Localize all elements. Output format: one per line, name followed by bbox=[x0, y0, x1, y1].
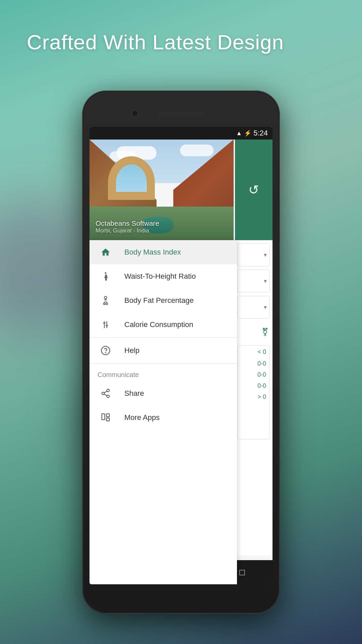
dropdown-1[interactable]: ▾ bbox=[238, 244, 270, 266]
status-time: 5:24 bbox=[253, 129, 268, 138]
nav-item-bfp[interactable]: Body Fat Percentage bbox=[89, 288, 237, 313]
nav-drawer: Body Mass Index Waist-To-Height Ratio bbox=[89, 240, 237, 584]
nav-item-calorie[interactable]: Calorie Consumption bbox=[89, 313, 237, 337]
svg-point-10 bbox=[102, 392, 105, 395]
svg-point-1 bbox=[104, 303, 105, 305]
svg-point-2 bbox=[106, 303, 108, 305]
svg-point-9 bbox=[107, 389, 110, 392]
nav-item-share[interactable]: Share bbox=[89, 381, 237, 406]
body-icon bbox=[98, 268, 114, 284]
bfp-label: Body Fat Percentage bbox=[124, 296, 194, 305]
apps-icon bbox=[98, 410, 114, 426]
hero-location: Morbi, Gujarat - India bbox=[96, 227, 159, 234]
svg-rect-15 bbox=[107, 414, 110, 417]
signal-icon: ▲ bbox=[236, 130, 242, 137]
svg-point-8 bbox=[105, 353, 106, 353]
svg-line-12 bbox=[104, 394, 107, 396]
share-icon bbox=[98, 385, 114, 401]
dropdown-3[interactable]: ▾ bbox=[238, 296, 270, 319]
status-bar: ▲ ⚡ 5:24 bbox=[89, 127, 273, 140]
result-box: < 0 0-0 0-0 0-0 > 0 bbox=[238, 345, 270, 439]
calorie-label: Calorie Consumption bbox=[124, 320, 193, 329]
phone-screen: ▲ ⚡ 5:24 Octabeans Software Mo bbox=[89, 127, 273, 584]
fat-icon bbox=[98, 292, 114, 309]
help-label: Help bbox=[124, 346, 139, 355]
svg-rect-14 bbox=[102, 414, 105, 420]
svg-point-0 bbox=[104, 297, 107, 299]
hero-image: Octabeans Software Morbi, Gujarat - Indi… bbox=[89, 140, 234, 240]
green-panel: ↺ bbox=[235, 140, 273, 240]
share-label: Share bbox=[124, 389, 144, 398]
gender-icon: ⚧ bbox=[235, 322, 273, 342]
home-icon bbox=[98, 244, 114, 260]
svg-line-13 bbox=[104, 391, 107, 393]
nav-item-help[interactable]: Help bbox=[89, 338, 237, 363]
nav-item-whr[interactable]: Waist-To-Height Ratio bbox=[89, 264, 237, 288]
nav-item-bmi[interactable]: Body Mass Index bbox=[89, 240, 237, 264]
hero-company-name: Octabeans Software bbox=[96, 219, 159, 227]
communicate-section-header: Communicate bbox=[89, 364, 237, 381]
nav-divider-2 bbox=[89, 363, 237, 364]
calorie-icon bbox=[98, 317, 114, 333]
page-title: Crafted With Latest Design bbox=[27, 30, 284, 54]
battery-icon: ⚡ bbox=[244, 129, 251, 137]
help-icon bbox=[98, 342, 114, 359]
more-apps-label: More Apps bbox=[124, 413, 160, 422]
bmi-label: Body Mass Index bbox=[124, 248, 181, 257]
refresh-icon[interactable]: ↺ bbox=[248, 182, 259, 197]
svg-rect-16 bbox=[107, 418, 110, 421]
right-content-panel: ▾ ▾ ▾ ⚧ < 0 0-0 0-0 0-0 > 0 bbox=[235, 240, 273, 555]
dropdown-2[interactable]: ▾ bbox=[238, 270, 270, 292]
phone-wrapper: ▲ ⚡ 5:24 Octabeans Software Mo bbox=[82, 91, 280, 614]
svg-point-11 bbox=[107, 395, 110, 398]
nav-divider-1 bbox=[89, 337, 237, 338]
phone-camera bbox=[132, 110, 138, 117]
hero-overlay: Octabeans Software Morbi, Gujarat - Indi… bbox=[96, 219, 159, 234]
nav-item-more-apps[interactable]: More Apps bbox=[89, 406, 237, 430]
whr-label: Waist-To-Height Ratio bbox=[124, 272, 196, 281]
phone-speaker bbox=[158, 111, 204, 116]
